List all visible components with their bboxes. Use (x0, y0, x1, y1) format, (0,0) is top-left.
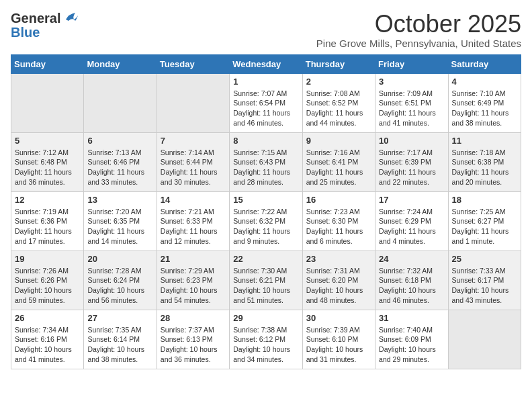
day-info: Sunrise: 7:16 AM Sunset: 6:41 PM Dayligh… (306, 148, 371, 187)
calendar-table: SundayMondayTuesdayWednesdayThursdayFrid… (11, 54, 521, 369)
title-block: October 2025 Pine Grove Mills, Pennsylva… (316, 11, 521, 49)
calendar-cell: 26Sunrise: 7:34 AM Sunset: 6:16 PM Dayli… (11, 310, 84, 369)
day-number: 28 (161, 313, 226, 323)
calendar-cell: 29Sunrise: 7:38 AM Sunset: 6:12 PM Dayli… (230, 310, 302, 369)
calendar-cell: 1Sunrise: 7:07 AM Sunset: 6:54 PM Daylig… (230, 73, 302, 132)
day-info: Sunrise: 7:37 AM Sunset: 6:13 PM Dayligh… (161, 325, 226, 365)
day-info: Sunrise: 7:23 AM Sunset: 6:30 PM Dayligh… (306, 207, 371, 246)
day-info: Sunrise: 7:10 AM Sunset: 6:49 PM Dayligh… (452, 89, 517, 128)
day-info: Sunrise: 7:25 AM Sunset: 6:27 PM Dayligh… (452, 207, 517, 246)
logo-blue: Blue (11, 25, 40, 40)
day-info: Sunrise: 7:12 AM Sunset: 6:48 PM Dayligh… (15, 148, 80, 187)
day-number: 21 (161, 254, 226, 264)
calendar-cell: 27Sunrise: 7:35 AM Sunset: 6:14 PM Dayli… (84, 310, 157, 369)
day-info: Sunrise: 7:07 AM Sunset: 6:54 PM Dayligh… (233, 89, 298, 128)
day-info: Sunrise: 7:35 AM Sunset: 6:14 PM Dayligh… (87, 325, 152, 365)
calendar-week-row: 1Sunrise: 7:07 AM Sunset: 6:54 PM Daylig… (11, 73, 521, 132)
calendar-week-row: 26Sunrise: 7:34 AM Sunset: 6:16 PM Dayli… (11, 310, 521, 369)
day-number: 17 (379, 195, 444, 205)
calendar-cell: 28Sunrise: 7:37 AM Sunset: 6:13 PM Dayli… (157, 310, 229, 369)
day-info: Sunrise: 7:09 AM Sunset: 6:51 PM Dayligh… (379, 89, 444, 128)
day-info: Sunrise: 7:18 AM Sunset: 6:38 PM Dayligh… (452, 148, 517, 187)
day-number: 16 (306, 195, 371, 205)
day-number: 24 (379, 254, 444, 264)
day-number: 5 (15, 136, 80, 146)
calendar-cell: 20Sunrise: 7:28 AM Sunset: 6:24 PM Dayli… (84, 250, 157, 310)
calendar-cell (11, 73, 84, 132)
calendar-cell: 13Sunrise: 7:20 AM Sunset: 6:35 PM Dayli… (84, 191, 157, 250)
calendar-cell: 16Sunrise: 7:23 AM Sunset: 6:30 PM Dayli… (302, 191, 375, 250)
calendar-cell: 3Sunrise: 7:09 AM Sunset: 6:51 PM Daylig… (375, 73, 448, 132)
day-number: 3 (379, 77, 444, 87)
logo-bird-icon (63, 13, 78, 25)
day-number: 11 (452, 136, 517, 146)
day-info: Sunrise: 7:13 AM Sunset: 6:46 PM Dayligh… (87, 148, 152, 187)
day-number: 1 (233, 77, 298, 87)
day-info: Sunrise: 7:22 AM Sunset: 6:32 PM Dayligh… (233, 207, 298, 246)
day-number: 26 (15, 313, 80, 323)
page-header: General Blue October 2025 Pine Grove Mil… (11, 11, 521, 49)
day-number: 18 (452, 195, 517, 205)
day-number: 6 (87, 136, 152, 146)
calendar-cell: 8Sunrise: 7:15 AM Sunset: 6:43 PM Daylig… (230, 132, 302, 191)
day-number: 9 (306, 136, 371, 146)
day-info: Sunrise: 7:28 AM Sunset: 6:24 PM Dayligh… (87, 266, 152, 306)
day-number: 13 (87, 195, 152, 205)
day-info: Sunrise: 7:33 AM Sunset: 6:17 PM Dayligh… (452, 266, 517, 306)
month-title: October 2025 (316, 11, 521, 38)
calendar-cell (448, 310, 521, 369)
calendar-cell (84, 73, 157, 132)
calendar-cell: 30Sunrise: 7:39 AM Sunset: 6:10 PM Dayli… (302, 310, 375, 369)
day-number: 22 (233, 254, 298, 264)
header-monday: Monday (84, 54, 157, 73)
calendar-cell: 18Sunrise: 7:25 AM Sunset: 6:27 PM Dayli… (448, 191, 521, 250)
calendar-week-row: 12Sunrise: 7:19 AM Sunset: 6:36 PM Dayli… (11, 191, 521, 250)
day-number: 8 (233, 136, 298, 146)
logo-general: General (11, 11, 60, 26)
day-info: Sunrise: 7:40 AM Sunset: 6:09 PM Dayligh… (379, 325, 444, 365)
day-number: 19 (15, 254, 80, 264)
header-thursday: Thursday (302, 54, 375, 73)
day-info: Sunrise: 7:38 AM Sunset: 6:12 PM Dayligh… (233, 325, 298, 365)
day-info: Sunrise: 7:32 AM Sunset: 6:18 PM Dayligh… (379, 266, 444, 306)
calendar-cell: 31Sunrise: 7:40 AM Sunset: 6:09 PM Dayli… (375, 310, 448, 369)
calendar-cell: 6Sunrise: 7:13 AM Sunset: 6:46 PM Daylig… (84, 132, 157, 191)
calendar-cell: 25Sunrise: 7:33 AM Sunset: 6:17 PM Dayli… (448, 250, 521, 310)
location: Pine Grove Mills, Pennsylvania, United S… (316, 38, 521, 49)
calendar-cell: 7Sunrise: 7:14 AM Sunset: 6:44 PM Daylig… (157, 132, 229, 191)
calendar-cell: 9Sunrise: 7:16 AM Sunset: 6:41 PM Daylig… (302, 132, 375, 191)
day-info: Sunrise: 7:31 AM Sunset: 6:20 PM Dayligh… (306, 266, 371, 306)
header-friday: Friday (375, 54, 448, 73)
day-number: 15 (233, 195, 298, 205)
calendar-cell: 5Sunrise: 7:12 AM Sunset: 6:48 PM Daylig… (11, 132, 84, 191)
day-info: Sunrise: 7:20 AM Sunset: 6:35 PM Dayligh… (87, 207, 152, 246)
calendar-cell: 19Sunrise: 7:26 AM Sunset: 6:26 PM Dayli… (11, 250, 84, 310)
day-info: Sunrise: 7:34 AM Sunset: 6:16 PM Dayligh… (15, 325, 80, 365)
day-info: Sunrise: 7:14 AM Sunset: 6:44 PM Dayligh… (161, 148, 226, 187)
calendar-cell: 2Sunrise: 7:08 AM Sunset: 6:52 PM Daylig… (302, 73, 375, 132)
calendar-cell: 21Sunrise: 7:29 AM Sunset: 6:23 PM Dayli… (157, 250, 229, 310)
day-number: 31 (379, 313, 444, 323)
header-tuesday: Tuesday (157, 54, 229, 73)
day-number: 30 (306, 313, 371, 323)
calendar-cell: 23Sunrise: 7:31 AM Sunset: 6:20 PM Dayli… (302, 250, 375, 310)
day-number: 10 (379, 136, 444, 146)
day-number: 27 (87, 313, 152, 323)
calendar-cell: 17Sunrise: 7:24 AM Sunset: 6:29 PM Dayli… (375, 191, 448, 250)
calendar-cell: 10Sunrise: 7:17 AM Sunset: 6:39 PM Dayli… (375, 132, 448, 191)
day-number: 23 (306, 254, 371, 264)
calendar-cell: 12Sunrise: 7:19 AM Sunset: 6:36 PM Dayli… (11, 191, 84, 250)
day-number: 7 (161, 136, 226, 146)
day-number: 14 (161, 195, 226, 205)
day-info: Sunrise: 7:21 AM Sunset: 6:33 PM Dayligh… (161, 207, 226, 246)
calendar-cell: 22Sunrise: 7:30 AM Sunset: 6:21 PM Dayli… (230, 250, 302, 310)
calendar-week-row: 5Sunrise: 7:12 AM Sunset: 6:48 PM Daylig… (11, 132, 521, 191)
day-info: Sunrise: 7:17 AM Sunset: 6:39 PM Dayligh… (379, 148, 444, 187)
calendar-cell: 14Sunrise: 7:21 AM Sunset: 6:33 PM Dayli… (157, 191, 229, 250)
calendar-cell (157, 73, 229, 132)
logo: General Blue (11, 11, 78, 40)
day-info: Sunrise: 7:29 AM Sunset: 6:23 PM Dayligh… (161, 266, 226, 306)
day-info: Sunrise: 7:39 AM Sunset: 6:10 PM Dayligh… (306, 325, 371, 365)
day-info: Sunrise: 7:30 AM Sunset: 6:21 PM Dayligh… (233, 266, 298, 306)
day-number: 25 (452, 254, 517, 264)
